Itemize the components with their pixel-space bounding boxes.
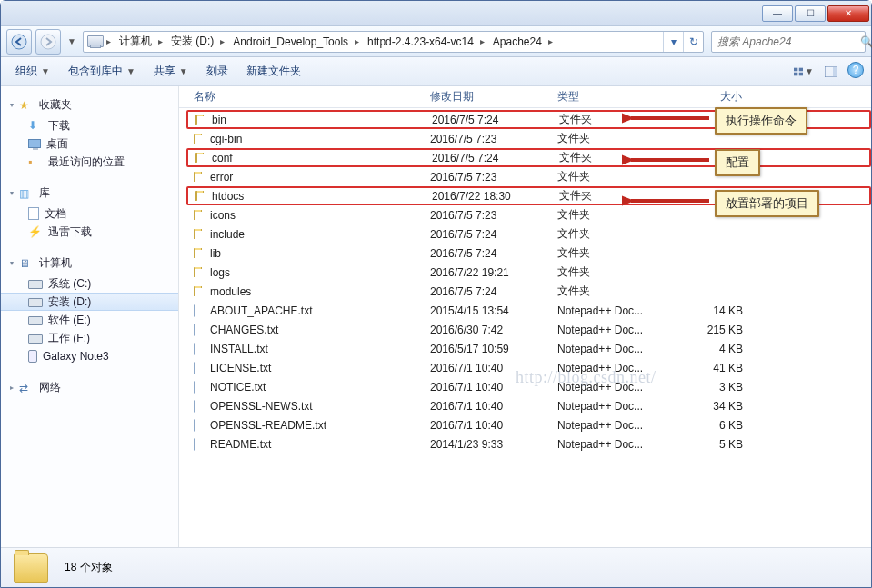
file-type: Notepad++ Doc...	[550, 324, 677, 336]
sidebar-item-e-drive[interactable]: 软件 (E:)	[1, 311, 178, 329]
chevron-right-icon[interactable]: ▸	[155, 36, 165, 46]
svg-rect-7	[833, 67, 837, 76]
sidebar-libraries-header[interactable]: ▾▥库	[1, 182, 178, 204]
list-item[interactable]: cgi-bin2016/7/5 7:23文件夹	[186, 129, 871, 148]
file-size: 3 KB	[677, 381, 750, 394]
sidebar-item-f-drive[interactable]: 工作 (F:)	[1, 329, 178, 347]
chevron-right-icon[interactable]: ▸	[546, 36, 556, 46]
search-icon[interactable]: 🔍	[860, 35, 872, 48]
list-item[interactable]: NOTICE.txt2016/7/1 10:40Notepad++ Doc...…	[186, 377, 871, 396]
toolbar-right: ▼ ?	[793, 62, 864, 82]
list-item[interactable]: README.txt2014/1/23 9:33Notepad++ Doc...…	[186, 434, 871, 453]
list-item[interactable]: LICENSE.txt2016/7/1 10:40Notepad++ Doc..…	[186, 358, 871, 377]
chevron-down-icon[interactable]: ▾	[10, 101, 14, 109]
file-name: NOTICE.txt	[203, 381, 423, 394]
sidebar-favorites-header[interactable]: ▾★收藏夹	[1, 94, 178, 116]
list-item[interactable]: ABOUT_APACHE.txt2015/4/15 13:54Notepad++…	[186, 301, 871, 320]
sidebar-item-c-drive[interactable]: 系统 (C:)	[1, 274, 178, 293]
list-item[interactable]: logs2016/7/22 19:21文件夹	[186, 263, 871, 282]
file-date: 2016/6/30 7:42	[423, 324, 550, 336]
list-item[interactable]: OPENSSL-NEWS.txt2016/7/1 10:40Notepad++ …	[186, 396, 871, 415]
chevron-right-icon[interactable]: ▸	[10, 384, 14, 392]
file-date: 2016/7/5 7:23	[423, 133, 550, 145]
chevron-down-icon: ▼	[805, 66, 814, 76]
breadcrumb-seg-computer[interactable]: 计算机	[114, 32, 155, 52]
breadcrumb-bar[interactable]: ▸ 计算机 ▸ 安装 (D:) ▸ Android_Develop_Tools …	[83, 31, 704, 53]
chevron-down-icon[interactable]: ▾	[10, 259, 14, 267]
drive-icon	[28, 298, 43, 307]
computer-icon: 🖥	[19, 257, 34, 270]
breadcrumb-seg-android[interactable]: Android_Develop_Tools	[227, 32, 352, 52]
toolbar-share[interactable]: 共享 ▼	[146, 61, 195, 82]
drive-icon	[28, 334, 43, 344]
file-type: Notepad++ Doc...	[550, 304, 677, 317]
main-area: ▾★收藏夹 ⬇下载 桌面 ▪最近访问的位置 ▾▥库 文档 ⚡迅雷下载 ▾🖥计算机…	[1, 86, 871, 547]
view-options-button[interactable]: ▼	[793, 62, 815, 82]
chevron-right-icon[interactable]: ▸	[352, 36, 362, 46]
preview-pane-button[interactable]	[820, 62, 842, 82]
sidebar-computer-header[interactable]: ▾🖥计算机	[1, 252, 178, 274]
toolbar-include[interactable]: 包含到库中 ▼	[61, 61, 143, 82]
breadcrumb-dropdown-button[interactable]: ▾	[663, 32, 683, 52]
search-input[interactable]	[716, 35, 857, 49]
list-item[interactable]: CHANGES.txt2016/6/30 7:42Notepad++ Doc..…	[186, 320, 871, 339]
sidebar-item-d-drive[interactable]: 安装 (D:)	[1, 293, 178, 311]
list-item[interactable]: conf2016/7/5 7:24文件夹	[186, 148, 871, 167]
list-item[interactable]: INSTALL.txt2016/5/17 10:59Notepad++ Doc.…	[186, 339, 871, 358]
window-controls: — ☐ ✕	[760, 5, 869, 22]
sidebar-item-label: 迅雷下载	[48, 224, 92, 240]
sidebar-item-documents[interactable]: 文档	[1, 204, 178, 223]
maximize-button[interactable]: ☐	[795, 5, 826, 22]
chevron-right-icon[interactable]: ▸	[104, 36, 114, 46]
sidebar[interactable]: ▾★收藏夹 ⬇下载 桌面 ▪最近访问的位置 ▾▥库 文档 ⚡迅雷下载 ▾🖥计算机…	[1, 86, 179, 547]
breadcrumb-seg-httpd[interactable]: httpd-2.4.23-x64-vc14	[362, 32, 477, 52]
chevron-down-icon[interactable]: ▾	[10, 189, 14, 197]
close-button[interactable]: ✕	[827, 5, 869, 22]
back-button[interactable]	[6, 29, 32, 55]
file-type: 文件夹	[550, 226, 677, 242]
history-dropdown-button[interactable]: ▼	[65, 29, 79, 55]
sidebar-item-recent[interactable]: ▪最近访问的位置	[1, 153, 178, 171]
file-name: conf	[205, 152, 425, 164]
column-size[interactable]: 大小	[677, 86, 750, 107]
file-date: 2016/7/5 7:23	[423, 209, 550, 222]
column-type[interactable]: 类型	[550, 86, 677, 107]
file-date: 2016/7/5 7:24	[425, 114, 552, 126]
list-item[interactable]: OPENSSL-README.txt2016/7/1 10:40Notepad+…	[186, 415, 871, 434]
chevron-right-icon[interactable]: ▸	[217, 36, 227, 46]
column-date[interactable]: 修改日期	[423, 86, 550, 107]
minimize-button[interactable]: —	[762, 5, 793, 22]
sidebar-item-desktop[interactable]: 桌面	[1, 135, 178, 153]
list-item[interactable]: htdocs2016/7/22 18:30文件夹	[186, 186, 871, 205]
list-item[interactable]: bin2016/7/5 7:24文件夹	[186, 110, 871, 129]
list-item[interactable]: include2016/7/5 7:24文件夹	[186, 224, 871, 244]
file-name: bin	[205, 114, 425, 126]
toolbar-organize[interactable]: 组织 ▼	[8, 61, 57, 82]
list-item[interactable]: modules2016/7/5 7:24文件夹	[186, 282, 871, 301]
refresh-button[interactable]: ↻	[683, 32, 703, 52]
sidebar-item-thunder[interactable]: ⚡迅雷下载	[1, 223, 178, 241]
list-item[interactable]: icons2016/7/5 7:23文件夹	[186, 205, 871, 224]
file-size: 4 KB	[677, 343, 750, 355]
toolbar-burn[interactable]: 刻录	[199, 61, 236, 82]
breadcrumb-seg-apache24[interactable]: Apache24	[487, 32, 546, 52]
file-list[interactable]: bin2016/7/5 7:24文件夹cgi-bin2016/7/5 7:23文…	[179, 108, 871, 547]
column-name[interactable]: 名称	[186, 86, 423, 107]
forward-button[interactable]	[35, 29, 61, 55]
sidebar-item-galaxy[interactable]: Galaxy Note3	[1, 347, 178, 365]
list-item[interactable]: lib2016/7/5 7:24文件夹	[186, 244, 871, 263]
file-size: 215 KB	[677, 324, 750, 336]
list-item[interactable]: error2016/7/5 7:23文件夹	[186, 167, 871, 186]
sidebar-libraries-label: 库	[39, 185, 50, 201]
search-box[interactable]: 🔍	[711, 31, 866, 53]
help-button[interactable]: ?	[847, 62, 864, 78]
chevron-right-icon[interactable]: ▸	[477, 36, 487, 46]
folder-icon	[195, 191, 197, 201]
file-name: OPENSSL-NEWS.txt	[203, 400, 423, 413]
file-date: 2016/7/5 7:23	[423, 171, 550, 184]
sidebar-item-downloads[interactable]: ⬇下载	[1, 116, 178, 135]
sidebar-network-header[interactable]: ▸⇄网络	[1, 376, 178, 399]
sidebar-item-label: 最近访问的位置	[48, 154, 125, 170]
breadcrumb-seg-d[interactable]: 安装 (D:)	[165, 32, 217, 52]
toolbar-newfolder[interactable]: 新建文件夹	[239, 61, 308, 82]
